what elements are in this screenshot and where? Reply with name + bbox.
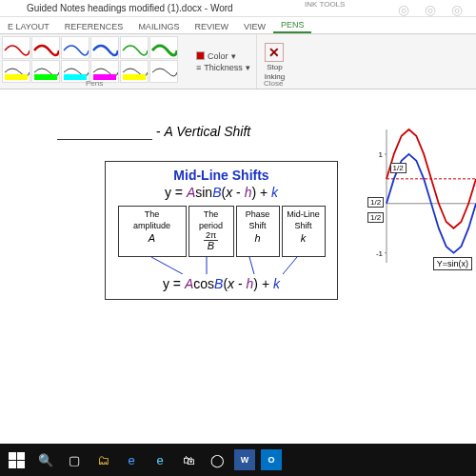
svg-line-3: [283, 257, 297, 274]
tab-references[interactable]: REFERENCES: [57, 20, 131, 33]
blank-line: [57, 127, 152, 140]
definitions-row: TheamplitudeATheperiod2πBPhaseShifthMid-…: [111, 206, 331, 257]
group-pens-label: Pens: [86, 79, 103, 88]
definition-cell: Theperiod2πB: [188, 206, 234, 257]
pen-swatch[interactable]: [90, 36, 119, 59]
start-button[interactable]: [4, 447, 29, 472]
svg-line-0: [151, 257, 183, 274]
close-icon: ✕: [265, 43, 284, 62]
tab-pens[interactable]: PENS: [273, 18, 312, 33]
tab-view[interactable]: VIEW: [236, 20, 273, 33]
task-view-icon[interactable]: ▢: [63, 448, 86, 471]
chrome-icon[interactable]: ◯: [206, 448, 228, 471]
color-swatch-icon: [196, 51, 205, 60]
pen-swatch[interactable]: [2, 60, 30, 83]
stop-label-1: Stop: [267, 63, 282, 71]
svg-text:1: 1: [379, 150, 384, 159]
chart-annotation: 1/2: [367, 197, 384, 208]
definition-cell: Mid-LineShiftk: [282, 206, 326, 257]
page: - A Vertical Shift Mid-Line Shifts y = A…: [0, 124, 476, 385]
store-icon[interactable]: 🛍: [177, 448, 200, 471]
ink-tools-label: INK TOOLS: [305, 0, 345, 9]
definition-cell: PhaseShifth: [236, 206, 280, 257]
color-dropdown[interactable]: Color ▾: [196, 51, 250, 61]
document-area[interactable]: - A Vertical Shift Mid-Line Shifts y = A…: [0, 89, 476, 385]
thickness-label: Thickness: [204, 63, 243, 72]
deco-circles: ◎ ◎ ◎: [398, 2, 468, 17]
box-title: Mid-Line Shifts: [111, 168, 331, 183]
pen-swatch[interactable]: [61, 36, 89, 59]
pen-options: Color ▾ ≡Thickness ▾: [190, 34, 257, 89]
svg-text:-1: -1: [376, 249, 384, 258]
thickness-dropdown[interactable]: ≡Thickness ▾: [196, 63, 250, 72]
pen-gallery[interactable]: [0, 34, 190, 86]
window-title: Guided Notes headings modified (1).docx …: [0, 0, 476, 17]
cos-formula: y = AcosB(x - h) + k: [111, 276, 331, 291]
edge-icon[interactable]: e: [120, 448, 143, 471]
tab-layout[interactable]: E LAYOUT: [0, 20, 57, 33]
pen-swatch[interactable]: [120, 60, 149, 83]
chart-annotation: 1/2: [390, 163, 407, 173]
ribbon-tabs: E LAYOUT REFERENCES MAILINGS REVIEW VIEW…: [0, 17, 476, 34]
taskbar: 🔍 ▢ 🗂 e e 🛍 ◯ W O: [0, 444, 476, 476]
pen-swatch[interactable]: [149, 60, 178, 83]
ie-icon[interactable]: e: [149, 448, 171, 471]
chart-annotation: 1/2: [367, 212, 384, 223]
pen-swatch[interactable]: [120, 36, 149, 59]
midline-box: Mid-Line Shifts y = AsinB(x - h) + k The…: [105, 161, 338, 300]
ribbon: Color ▾ ≡Thickness ▾ ✕ Stop Inking Pens …: [0, 34, 476, 89]
definition-cell: TheamplitudeA: [118, 206, 187, 257]
title-text: Guided Notes headings modified (1).docx …: [27, 3, 233, 13]
pen-swatch[interactable]: [31, 36, 60, 59]
svg-line-2: [249, 257, 254, 274]
tab-review[interactable]: REVIEW: [187, 20, 236, 33]
legend-label: Y=sin(x): [433, 257, 472, 270]
pen-swatch[interactable]: [149, 36, 178, 59]
search-icon[interactable]: 🔍: [34, 448, 57, 471]
tab-mailings[interactable]: MAILINGS: [130, 20, 187, 33]
pen-swatch[interactable]: [2, 36, 30, 59]
sin-formula: y = AsinB(x - h) + k: [111, 185, 331, 200]
outlook-icon[interactable]: O: [261, 449, 282, 470]
pen-swatch[interactable]: [31, 60, 60, 83]
thickness-icon: ≡: [196, 63, 201, 72]
group-close-label: Close: [264, 79, 283, 88]
color-label: Color: [208, 51, 228, 61]
heading-text: A Vertical Shift: [164, 124, 250, 139]
file-explorer-icon[interactable]: 🗂: [91, 448, 114, 471]
word-icon[interactable]: W: [234, 449, 255, 470]
connector-arrows: [111, 257, 331, 274]
